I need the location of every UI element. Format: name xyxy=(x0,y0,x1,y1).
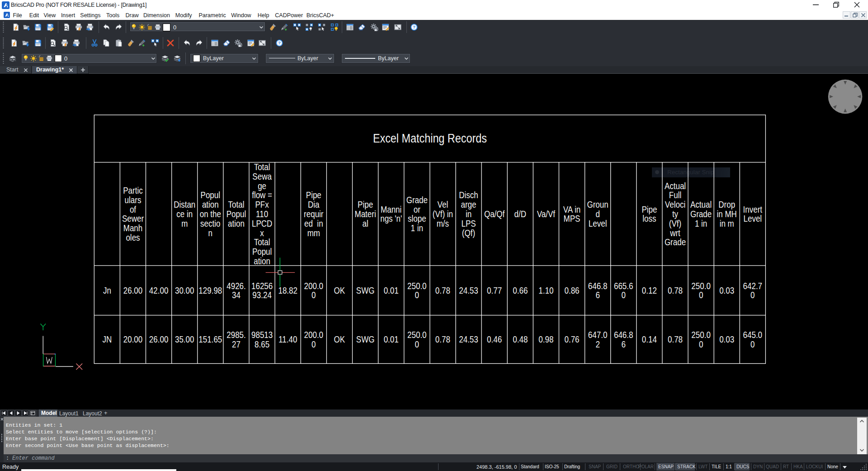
svg-text:d: d xyxy=(595,209,599,219)
svg-text:Materi: Materi xyxy=(355,209,376,219)
svg-text:0: 0 xyxy=(415,339,419,349)
svg-text:loss: loss xyxy=(642,214,656,224)
svg-text:0.78: 0.78 xyxy=(668,285,683,296)
svg-text:SWG: SWG xyxy=(356,285,375,296)
svg-text:665.6: 665.6 xyxy=(614,281,633,291)
svg-text:SWG: SWG xyxy=(356,334,375,345)
svg-text:26.00: 26.00 xyxy=(149,334,169,345)
svg-text:250.0: 250.0 xyxy=(691,281,711,291)
svg-text:2985.: 2985. xyxy=(226,330,246,340)
svg-text:0.14: 0.14 xyxy=(642,334,657,345)
svg-text:?: ? xyxy=(278,40,281,45)
svg-text:0.46: 0.46 xyxy=(487,334,502,345)
svg-text:MPS: MPS xyxy=(564,214,580,224)
svg-text:Full: Full xyxy=(669,190,681,200)
svg-text:0.77: 0.77 xyxy=(487,285,502,296)
svg-text:Jn: Jn xyxy=(103,285,111,296)
svg-text:Grade: Grade xyxy=(690,209,712,219)
svg-text:on the: on the xyxy=(200,209,221,219)
svg-text:Partic: Partic xyxy=(123,186,142,196)
svg-text:Popul: Popul xyxy=(226,209,246,219)
svg-text:1 in: 1 in xyxy=(411,223,423,233)
svg-text:Qa/Qf: Qa/Qf xyxy=(484,209,505,219)
svg-text:645.0: 645.0 xyxy=(743,330,763,340)
svg-text:0: 0 xyxy=(699,339,703,349)
svg-text:0.86: 0.86 xyxy=(564,285,579,296)
svg-text:Excel Matching Records: Excel Matching Records xyxy=(373,131,487,145)
svg-text:sectio: sectio xyxy=(200,218,220,228)
svg-text:in: in xyxy=(466,209,472,219)
svg-text:oles: oles xyxy=(126,233,140,243)
svg-text:0.03: 0.03 xyxy=(719,285,734,296)
svg-text:Popul: Popul xyxy=(252,247,272,257)
svg-text:m/s: m/s xyxy=(437,218,449,228)
svg-text:Grade: Grade xyxy=(665,237,686,247)
svg-text:0.01: 0.01 xyxy=(384,334,399,345)
svg-text:ed in: ed in xyxy=(304,218,323,228)
svg-text:110: 110 xyxy=(256,209,268,219)
svg-text:642.7: 642.7 xyxy=(743,281,763,291)
svg-text:647.0: 647.0 xyxy=(588,330,608,340)
svg-text:of: of xyxy=(130,204,137,214)
svg-text:slope: slope xyxy=(408,214,426,224)
svg-text:ge: ge xyxy=(258,181,266,191)
svg-text:Total: Total xyxy=(228,200,245,210)
svg-text:0: 0 xyxy=(750,339,755,349)
svg-text:0.98: 0.98 xyxy=(538,334,553,345)
svg-text:d/D: d/D xyxy=(514,209,526,219)
svg-text:6: 6 xyxy=(621,339,625,349)
svg-text:30.00: 30.00 xyxy=(175,285,194,296)
svg-text:6: 6 xyxy=(595,290,599,300)
svg-text:0: 0 xyxy=(415,290,419,300)
svg-text:OK: OK xyxy=(334,334,345,345)
svg-text:11.40: 11.40 xyxy=(278,334,297,345)
svg-text:Invert: Invert xyxy=(743,204,763,214)
svg-text:27: 27 xyxy=(232,339,241,349)
svg-text:Distan: Distan xyxy=(174,200,195,210)
svg-text:Drop: Drop xyxy=(718,200,735,210)
svg-text:0: 0 xyxy=(621,290,625,300)
svg-text:Veloci: Veloci xyxy=(665,200,685,210)
svg-text:OK: OK xyxy=(334,285,345,296)
svg-text:26.00: 26.00 xyxy=(123,285,143,296)
svg-text:LPCD: LPCD xyxy=(252,218,272,228)
svg-text:Total: Total xyxy=(254,237,270,247)
svg-text:18.82: 18.82 xyxy=(278,285,297,296)
svg-text:Sewa: Sewa xyxy=(252,171,272,181)
svg-text:646.8: 646.8 xyxy=(614,330,633,340)
svg-text:129.98: 129.98 xyxy=(198,285,222,296)
svg-text:LPS: LPS xyxy=(461,218,476,228)
svg-text:Actual: Actual xyxy=(690,200,712,210)
svg-text:151.65: 151.65 xyxy=(198,334,222,345)
svg-text:Grade: Grade xyxy=(406,195,428,205)
svg-text:0: 0 xyxy=(311,290,316,300)
svg-text:(Vf): (Vf) xyxy=(669,218,681,228)
svg-text:250.0: 250.0 xyxy=(407,281,427,291)
svg-text:Pipe: Pipe xyxy=(358,200,373,210)
svg-text:in MH: in MH xyxy=(717,209,737,219)
svg-text:Actual: Actual xyxy=(665,181,686,191)
svg-text:0.66: 0.66 xyxy=(513,285,528,296)
svg-text:1 in: 1 in xyxy=(695,218,707,228)
svg-text:Pipe: Pipe xyxy=(306,190,321,200)
svg-text:8.65: 8.65 xyxy=(255,339,269,349)
svg-text:Total: Total xyxy=(254,162,270,172)
svg-text:(Vf) in: (Vf) in xyxy=(433,209,453,219)
svg-text:al: al xyxy=(362,218,368,228)
svg-text:Dia: Dia xyxy=(308,200,320,210)
svg-text:2: 2 xyxy=(595,339,599,349)
svg-text:Va/Vf: Va/Vf xyxy=(537,209,556,219)
svg-text:Disch: Disch xyxy=(459,190,478,200)
svg-text:Vel: Vel xyxy=(438,200,448,210)
svg-text:VA in: VA in xyxy=(563,204,580,214)
svg-text:0.78: 0.78 xyxy=(668,334,683,345)
svg-text:wrt: wrt xyxy=(670,228,680,238)
svg-text:0.12: 0.12 xyxy=(642,285,657,296)
svg-text:200.0: 200.0 xyxy=(304,281,324,291)
svg-text:0.01: 0.01 xyxy=(384,285,399,296)
svg-text:Sewer: Sewer xyxy=(122,214,144,224)
svg-text:0: 0 xyxy=(699,290,703,300)
svg-text:24.53: 24.53 xyxy=(459,285,478,296)
svg-text:Level: Level xyxy=(743,214,762,224)
svg-text:Groun: Groun xyxy=(587,200,608,210)
